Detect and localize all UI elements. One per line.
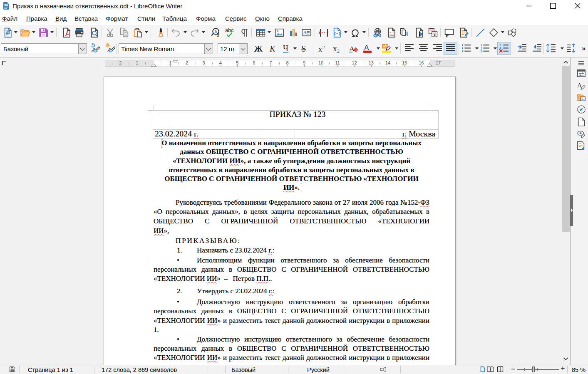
svg-text:[i]: [i] (405, 31, 408, 36)
svg-text:A: A (364, 44, 369, 52)
svg-text:1: 1 (499, 43, 501, 47)
svg-text:A: A (577, 82, 582, 89)
svg-text:abc: abc (225, 27, 233, 33)
svg-text:1: 1 (392, 30, 394, 34)
svg-text:A: A (349, 45, 355, 53)
svg-text:d: d (217, 32, 219, 37)
svg-text:A: A (303, 30, 307, 35)
svg-text:3: 3 (481, 50, 482, 53)
svg-text:ab: ab (383, 44, 387, 48)
